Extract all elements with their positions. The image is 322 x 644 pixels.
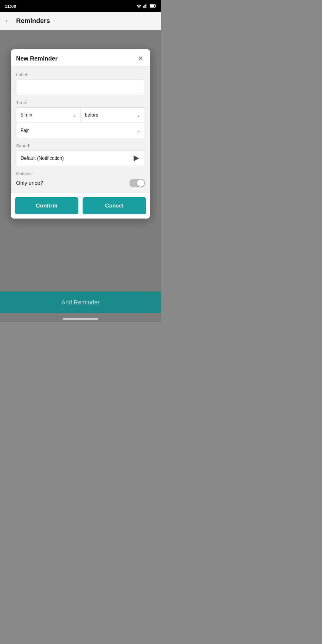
before-after-value: before bbox=[85, 112, 98, 118]
toggle-thumb bbox=[137, 179, 144, 187]
options-section: Options: Only once? bbox=[16, 171, 145, 193]
status-icons bbox=[136, 4, 156, 8]
prayer-chevron-icon: ⌄ bbox=[137, 128, 140, 133]
only-once-label: Only once? bbox=[16, 180, 43, 186]
dialog-title: New Reminder bbox=[16, 55, 58, 62]
status-bar: 11:00 bbox=[0, 0, 161, 12]
battery-icon bbox=[150, 4, 156, 8]
svg-rect-1 bbox=[144, 5, 145, 8]
dialog-header: New Reminder ✕ bbox=[11, 49, 150, 67]
cancel-button[interactable]: Cancel bbox=[83, 197, 146, 214]
label-field-label: Label: bbox=[16, 72, 145, 77]
play-triangle-icon bbox=[134, 155, 139, 161]
dialog-body: Label: Time: 5 min ⌄ before ⌄ Fajr ⌄ bbox=[11, 67, 150, 193]
minute-dropdown[interactable]: 5 min ⌄ bbox=[16, 107, 80, 123]
add-reminder-label: Add Reminder bbox=[61, 299, 100, 306]
svg-rect-0 bbox=[143, 6, 144, 8]
time-row: 5 min ⌄ before ⌄ bbox=[16, 107, 145, 123]
minute-dropdown-value: 5 min bbox=[21, 112, 32, 118]
options-label: Options: bbox=[16, 171, 145, 176]
before-after-chevron-icon: ⌄ bbox=[137, 113, 140, 117]
sound-value: Default (Notification) bbox=[21, 156, 64, 161]
close-dialog-button[interactable]: ✕ bbox=[136, 55, 145, 62]
label-section: Label: bbox=[16, 72, 145, 100]
sound-selector[interactable]: Default (Notification) bbox=[16, 151, 145, 166]
prayer-dropdown[interactable]: Fajr ⌄ bbox=[16, 123, 145, 138]
only-once-row: Only once? bbox=[16, 179, 145, 187]
status-time: 11:00 bbox=[5, 4, 16, 9]
svg-rect-2 bbox=[145, 4, 146, 8]
play-button[interactable] bbox=[132, 154, 140, 162]
app-bar-title: Reminders bbox=[16, 17, 50, 25]
time-section: Time: 5 min ⌄ before ⌄ Fajr ⌄ bbox=[16, 100, 145, 138]
only-once-toggle[interactable] bbox=[129, 179, 145, 187]
new-reminder-dialog: New Reminder ✕ Label: Time: 5 min ⌄ befo… bbox=[11, 49, 150, 219]
svg-rect-6 bbox=[150, 5, 154, 7]
svg-rect-5 bbox=[156, 5, 156, 7]
sound-section: Sound: Default (Notification) bbox=[16, 143, 145, 166]
minute-chevron-icon: ⌄ bbox=[73, 113, 76, 117]
svg-rect-3 bbox=[146, 4, 147, 8]
home-indicator bbox=[63, 318, 98, 320]
label-input[interactable] bbox=[16, 80, 145, 95]
signal-icon bbox=[143, 4, 148, 8]
before-after-dropdown[interactable]: before ⌄ bbox=[80, 107, 145, 123]
add-reminder-bar[interactable]: Add Reminder bbox=[0, 292, 161, 313]
prayer-dropdown-value: Fajr bbox=[21, 128, 29, 133]
wifi-icon bbox=[136, 4, 142, 8]
app-bar: ← Reminders bbox=[0, 12, 161, 30]
confirm-button[interactable]: Confirm bbox=[15, 197, 78, 214]
sound-field-label: Sound: bbox=[16, 143, 145, 148]
time-field-label: Time: bbox=[16, 100, 145, 105]
back-button[interactable]: ← bbox=[5, 17, 11, 25]
dialog-footer: Confirm Cancel bbox=[11, 193, 150, 219]
